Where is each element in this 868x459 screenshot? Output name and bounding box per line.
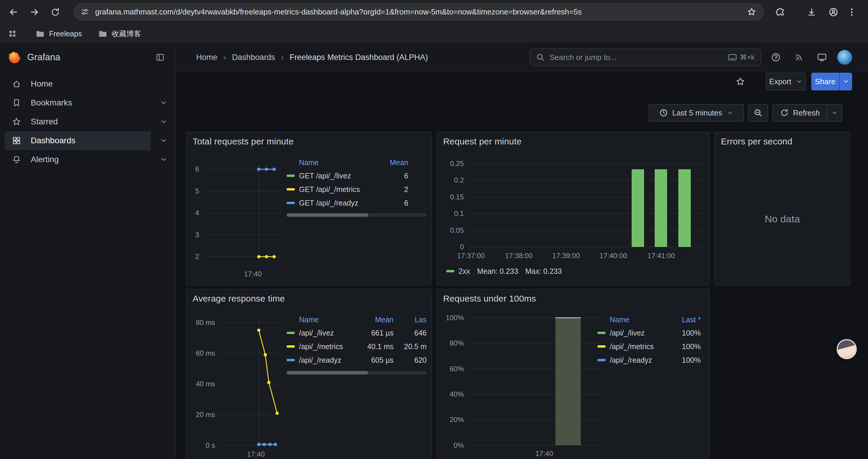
reload-button[interactable]: [47, 4, 64, 21]
time-range-label: Last 5 minutes: [672, 108, 722, 118]
series-mean: 2: [367, 185, 408, 194]
sidebar-item-home[interactable]: Home: [5, 74, 151, 93]
breadcrumb-dashboards[interactable]: Dashboards: [232, 53, 275, 62]
extensions-button[interactable]: [772, 4, 789, 21]
legend-scrollbar[interactable]: [286, 213, 427, 217]
series-last: 20.5 m: [394, 342, 427, 351]
folder-icon: [98, 29, 107, 38]
legend-row[interactable]: /api/_/livez661 µs646: [286, 326, 427, 340]
dock-menu-button[interactable]: [152, 49, 168, 66]
sidebar-item-dashboards[interactable]: Dashboards: [5, 131, 151, 150]
expand-alerting-button[interactable]: [158, 154, 169, 165]
sidebar-item-bookmarks[interactable]: Bookmarks: [5, 93, 151, 112]
refresh-button[interactable]: Refresh: [773, 104, 827, 121]
legend-row[interactable]: /api/_/readyz605 µs620: [286, 353, 427, 367]
bookmark-folder-blogs[interactable]: 收藏博客: [93, 26, 146, 41]
expand-bookmarks-button[interactable]: [158, 97, 169, 109]
legend-row[interactable]: GET /api/_/metrics2: [286, 183, 408, 196]
forward-button[interactable]: [26, 4, 43, 21]
panel-title[interactable]: Average response time: [193, 294, 285, 304]
legend-table: NameMeanLas/api/_/livez661 µs646/api/_/m…: [286, 313, 427, 367]
legend-col-name[interactable]: Name: [597, 316, 666, 324]
panel-title[interactable]: Request per minute: [443, 136, 522, 146]
site-settings-icon[interactable]: [80, 7, 89, 16]
legend-row[interactable]: /api/_/metrics100%: [597, 340, 701, 353]
series-mean: 661 µs: [356, 329, 394, 337]
series-name: GET /api/_/readyz: [299, 199, 359, 207]
sidebar-item-starred[interactable]: Starred: [5, 112, 151, 131]
panel-title[interactable]: Requests under 100ms: [443, 294, 536, 304]
bookmark-icon: [12, 98, 21, 107]
series-color-dash: [286, 202, 295, 204]
bookmark-folder-freeleaps[interactable]: Freeleaps: [31, 26, 87, 41]
svg-text:3: 3: [195, 231, 199, 239]
browser-menu-button[interactable]: [843, 4, 860, 21]
help-button[interactable]: [768, 50, 783, 65]
panel-title[interactable]: Errors per second: [721, 136, 793, 146]
downloads-button[interactable]: [803, 4, 820, 21]
breadcrumb-home[interactable]: Home: [196, 53, 217, 62]
panel-left-icon: [155, 53, 165, 62]
legend[interactable]: 2xx Mean: 0.233 Max: 0.233: [446, 266, 562, 276]
series-color-dash: [286, 188, 295, 191]
svg-text:100%: 100%: [446, 314, 464, 322]
legend-col-last[interactable]: Last *: [666, 316, 701, 324]
export-button[interactable]: Export: [766, 73, 806, 90]
back-button[interactable]: [5, 4, 22, 21]
legend-row[interactable]: GET /api/_/livez6: [286, 169, 408, 183]
series-name: /api/_/readyz: [299, 356, 341, 364]
news-button[interactable]: [791, 50, 807, 65]
series-color-dash: [446, 270, 454, 272]
legend-scrollbar[interactable]: [286, 371, 427, 374]
legend-series[interactable]: 2xx: [446, 267, 470, 275]
sidebar-item-label: Home: [31, 79, 53, 89]
floating-avatar[interactable]: [838, 340, 856, 358]
refresh-split-button: Refresh: [772, 104, 842, 122]
zoom-out-button[interactable]: [748, 104, 768, 122]
legend-header: NameMean: [286, 156, 408, 169]
series-color-dash: [597, 332, 606, 334]
legend-col-name[interactable]: Name: [286, 316, 356, 324]
sidebar-item-alerting[interactable]: Alerting: [5, 150, 151, 169]
svg-text:4: 4: [195, 209, 199, 217]
legend-row[interactable]: /api/_/readyz100%: [597, 353, 701, 367]
browser-profile-button[interactable]: [825, 4, 842, 21]
expand-dashboards-button[interactable]: [158, 135, 169, 146]
rss-icon: [794, 53, 804, 62]
sidebar-header: Grafana: [0, 43, 176, 71]
breadcrumb-separator: ›: [223, 53, 226, 62]
svg-text:17:40:00: 17:40:00: [599, 252, 627, 260]
legend-col-mean[interactable]: Mean: [356, 316, 394, 324]
time-range-picker[interactable]: Last 5 minutes: [649, 104, 744, 122]
expand-starred-button[interactable]: [158, 116, 169, 128]
search-box[interactable]: ⌘+k: [529, 48, 761, 66]
search-input[interactable]: [550, 53, 723, 62]
share-button[interactable]: Share: [811, 73, 839, 90]
legend-row[interactable]: /api/_/livez100%: [597, 326, 701, 340]
favorite-dashboard-button[interactable]: [732, 73, 749, 90]
address-bar[interactable]: grafana.mathmast.com/d/deytv4rwavabkb/fr…: [73, 3, 765, 21]
apps-shortcut-button[interactable]: [5, 26, 20, 41]
panel-total-requests: Total requests per minute 6543217:40 Nam…: [186, 132, 432, 285]
series-name: /api/_/readyz: [610, 356, 652, 364]
share-menu-button[interactable]: [839, 73, 852, 90]
url-text[interactable]: grafana.mathmast.com/d/deytv4rwavabkb/fr…: [95, 7, 739, 17]
grafana-logo[interactable]: [7, 50, 21, 64]
series-name: GET /api/_/livez: [299, 172, 351, 180]
scrollbar-thumb[interactable]: [286, 213, 368, 217]
panel-title[interactable]: Total requests per minute: [193, 136, 294, 146]
legend-col-mean[interactable]: Mean: [367, 158, 408, 167]
series-name: /api/_/metrics: [610, 342, 654, 351]
bookmark-star-button[interactable]: [745, 5, 759, 19]
legend-row[interactable]: /api/_/metrics40.1 ms20.5 m: [286, 340, 427, 353]
download-icon: [807, 7, 816, 17]
refresh-interval-button[interactable]: [827, 104, 842, 121]
user-avatar[interactable]: [837, 50, 852, 65]
legend-col-name[interactable]: Name: [286, 158, 367, 167]
sidebar-item-label: Starred: [31, 117, 58, 126]
tv-mode-button[interactable]: [814, 50, 830, 65]
bar-chart[interactable]: 0.250.20.150.10.05017:37:0017:38:0017:39…: [437, 132, 710, 286]
legend-col-last[interactable]: Las: [394, 316, 427, 324]
legend-row[interactable]: GET /api/_/readyz6: [286, 196, 408, 210]
scrollbar-thumb[interactable]: [286, 371, 368, 374]
